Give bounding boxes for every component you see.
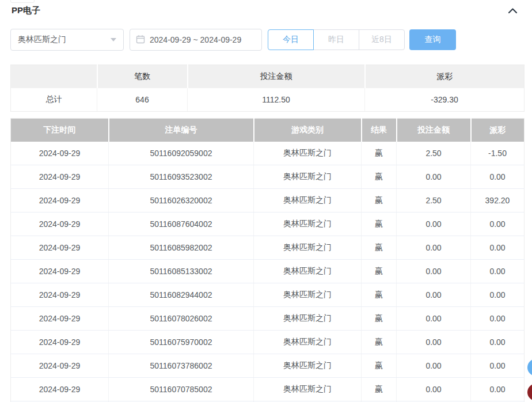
- cell-bet-time: 2024-09-29: [11, 260, 109, 283]
- cell-result: 赢: [362, 331, 397, 354]
- table-row: 2024-09-2950116070785002奥林匹斯之门赢0.000.00: [11, 378, 525, 401]
- cell-bet-amount: 0.00: [397, 331, 471, 354]
- cell-bet-time: 2024-09-29: [11, 236, 109, 260]
- cell-bet-time: 2024-09-29: [11, 142, 109, 165]
- cell-result: 赢: [362, 236, 397, 260]
- cell-game-type: 奥林匹斯之门: [254, 307, 362, 331]
- cell-bet-time: 2024-09-29: [11, 307, 109, 331]
- cell-bet-amount: 0.00: [397, 378, 471, 401]
- cell-payout: 0.00: [471, 165, 525, 189]
- table-row: 2024-09-2950116093523002奥林匹斯之门赢0.000.00: [11, 165, 525, 189]
- chevron-up-icon: [508, 7, 518, 16]
- cell-result: 赢: [362, 283, 397, 307]
- cell-game-type: 奥林匹斯之门: [254, 189, 362, 213]
- caret-down-icon: [111, 38, 116, 41]
- cell-order-id: 50116085982002: [109, 236, 254, 260]
- cell-order-id: 50116082944002: [109, 283, 254, 307]
- header-bet-time: 下注时间: [11, 119, 109, 142]
- cell-payout: 0.00: [471, 331, 525, 354]
- cell-bet-amount: 0.00: [397, 260, 471, 283]
- cell-result: 赢: [362, 165, 397, 189]
- cell-bet-amount: 2.50: [397, 142, 471, 165]
- cell-order-id: 50116087604002: [109, 213, 254, 236]
- quick-button-last-8-days[interactable]: 近8日: [359, 29, 405, 50]
- cell-bet-time: 2024-09-29: [11, 283, 109, 307]
- cell-bet-time: 2024-09-29: [11, 165, 109, 189]
- cell-bet-time: 2024-09-29: [11, 331, 109, 354]
- cell-bet-time: 2024-09-29: [11, 189, 109, 213]
- cell-order-id: 50116070785002: [109, 378, 254, 401]
- table-row: 2024-09-2950116085133002奥林匹斯之门赢0.000.00: [11, 260, 525, 283]
- summary-table: 笔数 投注金额 派彩 总计 646 1112.50 -329.30: [10, 65, 525, 112]
- cell-game-type: 奥林匹斯之门: [254, 165, 362, 189]
- table-row: 2024-09-2950116078026002奥林匹斯之门赢0.000.00: [11, 307, 525, 331]
- floating-action-button[interactable]: [527, 384, 532, 401]
- cell-bet-amount: 0.00: [397, 354, 471, 378]
- cell-bet-time: 2024-09-29: [11, 378, 109, 401]
- cell-game-type: 奥林匹斯之门: [254, 378, 362, 401]
- cropped-element-edge: [10, 0, 35, 3]
- floating-service-button[interactable]: [527, 359, 532, 376]
- cell-order-id: 50116092059002: [109, 142, 254, 165]
- cell-payout: 0.00: [471, 213, 525, 236]
- cell-payout: -1.50: [471, 142, 525, 165]
- cell-game-type: 奥林匹斯之门: [254, 331, 362, 354]
- cell-result: 赢: [362, 260, 397, 283]
- cell-game-type: 奥林匹斯之门: [254, 236, 362, 260]
- cell-game-type: 奥林匹斯之门: [254, 354, 362, 378]
- cell-result: 赢: [362, 189, 397, 213]
- game-select-value: 奥林匹斯之门: [18, 35, 111, 45]
- date-range-value: 2024-09-29 ~ 2024-09-29: [150, 35, 241, 44]
- game-select[interactable]: 奥林匹斯之门: [10, 29, 124, 51]
- cell-bet-amount: 0.00: [397, 307, 471, 331]
- panel-title: PP电子: [12, 5, 40, 16]
- cell-result: 赢: [362, 307, 397, 331]
- cell-bet-amount: 2.50: [397, 189, 471, 213]
- summary-header-bet-amount: 投注金额: [188, 65, 365, 89]
- date-range-input[interactable]: 2024-09-29 ~ 2024-09-29: [130, 29, 262, 51]
- cell-bet-amount: 0.00: [397, 236, 471, 260]
- collapse-panel-button[interactable]: [504, 3, 520, 18]
- cell-order-id: 50116026320002: [109, 189, 254, 213]
- cell-game-type: 奥林匹斯之门: [254, 142, 362, 165]
- cell-order-id: 50116073786002: [109, 354, 254, 378]
- cell-order-id: 50116078026002: [109, 307, 254, 331]
- cell-result: 赢: [362, 142, 397, 165]
- cell-game-type: 奥林匹斯之门: [254, 260, 362, 283]
- header-bet-amount: 投注金额: [397, 119, 471, 142]
- cell-bet-amount: 0.00: [397, 165, 471, 189]
- summary-total-label: 总计: [11, 88, 97, 112]
- cell-payout: 0.00: [471, 283, 525, 307]
- cell-payout: 0.00: [471, 354, 525, 378]
- cell-game-type: 奥林匹斯之门: [254, 213, 362, 236]
- summary-bet-amount: 1112.50: [188, 88, 365, 112]
- cell-payout: 0.00: [471, 260, 525, 283]
- summary-header-count: 笔数: [97, 65, 188, 89]
- quick-button-group: 今日昨日近8日: [268, 29, 405, 50]
- cell-payout: 0.00: [471, 236, 525, 260]
- cell-game-type: 奥林匹斯之门: [254, 283, 362, 307]
- cell-order-id: 50116093523002: [109, 165, 254, 189]
- summary-header-payout: 派彩: [365, 65, 525, 89]
- quick-button-today[interactable]: 今日: [268, 29, 314, 50]
- cell-payout: 0.00: [471, 307, 525, 331]
- cell-result: 赢: [362, 378, 397, 401]
- cell-order-id: 50116075970002: [109, 331, 254, 354]
- records-header-row: 下注时间 注单编号 游戏类别 结果 投注金额 派彩: [11, 119, 525, 142]
- cell-result: 赢: [362, 354, 397, 378]
- query-button[interactable]: 查询: [409, 29, 456, 50]
- calendar-icon: [136, 35, 150, 45]
- table-row: 2024-09-2950116075970002奥林匹斯之门赢0.000.00: [11, 331, 525, 354]
- table-row: 2024-09-2950116082944002奥林匹斯之门赢0.000.00: [11, 283, 525, 307]
- summary-header-row: 笔数 投注金额 派彩: [11, 65, 525, 89]
- summary-header-empty: [11, 65, 97, 89]
- bet-records-table: 下注时间 注单编号 游戏类别 结果 投注金额 派彩 2024-09-295011…: [10, 118, 525, 402]
- table-row: 2024-09-2950116087604002奥林匹斯之门赢0.000.00: [11, 213, 525, 236]
- cell-bet-amount: 0.00: [397, 283, 471, 307]
- cell-bet-amount: 0.00: [397, 213, 471, 236]
- cell-payout: 0.00: [471, 378, 525, 401]
- summary-payout: -329.30: [365, 88, 525, 112]
- quick-button-yesterday[interactable]: 昨日: [313, 29, 359, 50]
- table-row: 2024-09-2950116092059002奥林匹斯之门赢2.50-1.50: [11, 142, 525, 165]
- header-result: 结果: [362, 119, 397, 142]
